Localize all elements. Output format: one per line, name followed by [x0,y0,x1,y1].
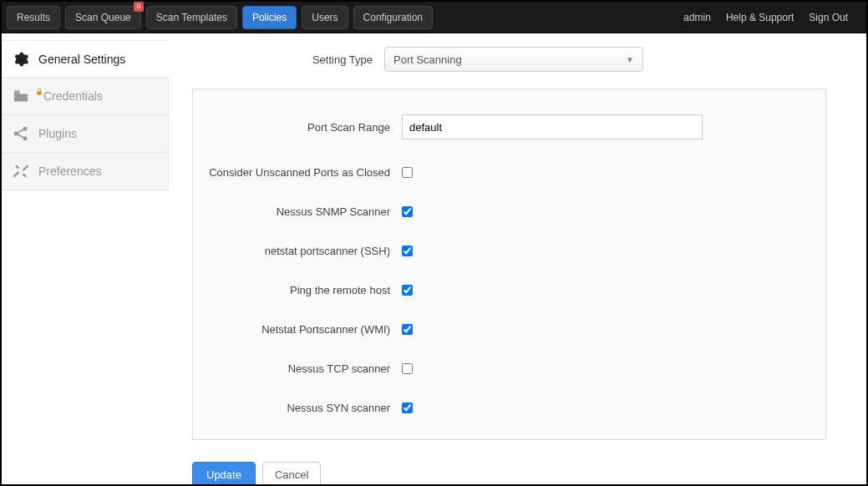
port-scan-range-input[interactable] [402,114,703,139]
nav-scan-templates[interactable]: Scan Templates [146,6,237,29]
gear-icon [12,51,30,68]
chevron-down-icon: ▼ [626,55,634,64]
help-link[interactable]: Help & Support [726,12,794,23]
scan-queue-badge: 0 [134,2,144,12]
unscanned-ports-checkbox[interactable] [402,167,413,178]
sidebar-item-label: General Settings [38,53,125,66]
main-content: Setting Type Port Scanning ▼ Port Scan R… [169,33,866,484]
nav-configuration[interactable]: Configuration [353,6,433,29]
snmp-scanner-checkbox[interactable] [402,206,413,217]
sidebar-item-preferences[interactable]: Preferences [2,153,169,190]
syn-scanner-checkbox[interactable] [402,402,413,413]
top-navbar: Results Scan Queue 0 Scan Templates Poli… [2,2,866,33]
nav-users[interactable]: Users [302,6,348,29]
sidebar-item-plugins[interactable]: Plugins [2,115,169,153]
setting-type-value: Port Scanning [393,53,462,66]
sidebar-item-label: Preferences [38,165,101,178]
option-label: Nessus TCP scanner [201,362,402,375]
sidebar: General Settings 🔒 Credentials Plugins P… [2,33,169,484]
nav-scan-queue[interactable]: Scan Queue 0 [65,6,141,29]
option-label: Nessus SYN scanner [201,402,402,414]
sidebar-item-label: Credentials [43,89,103,103]
netstat-ssh-checkbox[interactable] [402,246,413,256]
port-scan-range-label: Port Scan Range [201,121,402,134]
netstat-wmi-checkbox[interactable] [402,324,413,335]
user-link[interactable]: admin [683,12,711,23]
nav-policies[interactable]: Policies [242,6,297,29]
option-label: netstat portscanner (SSH) [201,245,402,257]
sidebar-item-label: Plugins [38,127,77,140]
ping-host-checkbox[interactable] [402,285,413,296]
option-label: Ping the remote host [201,284,402,296]
option-label: Consider Unscanned Ports as Closed [201,166,402,179]
tcp-scanner-checkbox[interactable] [402,363,413,374]
lock-icon: 🔒 [35,88,43,95]
sidebar-item-credentials[interactable]: 🔒 Credentials [2,78,169,115]
signout-link[interactable]: Sign Out [809,12,848,23]
option-label: Netstat Portscanner (WMI) [201,323,402,336]
sidebar-item-general-settings[interactable]: General Settings [2,40,169,78]
nav-scan-queue-label: Scan Queue [75,12,131,23]
setting-type-label: Setting Type [192,53,384,66]
share-icon [12,125,30,142]
update-button[interactable]: Update [192,462,256,486]
folder-icon [12,89,30,103]
option-label: Nessus SNMP Scanner [201,205,402,218]
nav-results[interactable]: Results [7,6,60,29]
tools-icon [12,163,30,180]
setting-type-select[interactable]: Port Scanning ▼ [384,47,643,72]
form-panel: Port Scan Range Consider Unscanned Ports… [192,89,826,440]
cancel-button[interactable]: Cancel [262,462,321,486]
